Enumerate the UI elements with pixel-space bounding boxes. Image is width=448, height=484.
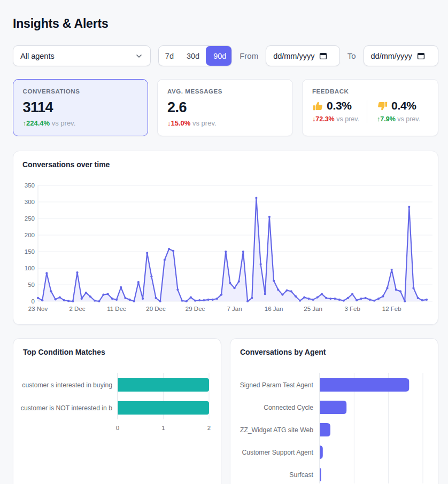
svg-text:150: 150: [25, 248, 35, 255]
svg-text:Surfcast: Surfcast: [289, 471, 313, 479]
svg-text:0: 0: [32, 298, 35, 305]
svg-text:16 Jan: 16 Jan: [265, 306, 283, 312]
range-90d-button[interactable]: 90d: [206, 46, 232, 66]
page-title: Insights & Alerts: [13, 16, 438, 31]
to-label: To: [347, 51, 356, 60]
date-from-input[interactable]: dd/mm/yyyy: [266, 45, 340, 66]
svg-text:350: 350: [25, 182, 35, 189]
feedback-divider: [367, 100, 367, 123]
conversations-line-chart: 05010015020025030035023 Nov2 Dec11 Dec20…: [13, 174, 438, 319]
line-chart-title: Conversations over time: [13, 160, 438, 169]
svg-text:1: 1: [161, 425, 165, 431]
svg-text:customer s interested in buyin: customer s interested in buying: [22, 381, 112, 389]
svg-text:Signed Param Test Agent: Signed Param Test Agent: [240, 381, 314, 389]
stat-delta: ↓15.0% vs prev.: [167, 119, 283, 127]
range-7d-button[interactable]: 7d: [159, 46, 180, 66]
agents-bar-chart: Signed Param Test AgentConnected CycleZZ…: [240, 368, 429, 483]
svg-text:29 Dec: 29 Dec: [186, 306, 205, 312]
agent-select[interactable]: All agents: [13, 45, 151, 66]
thumbs-up-icon: [312, 100, 323, 112]
date-to-value: dd/mm/yyyy: [371, 52, 412, 60]
stat-label: CONVERSATIONS: [23, 88, 138, 95]
date-to-input[interactable]: dd/mm/yyyy: [364, 45, 438, 66]
insights-page: Insights & Alerts All agents 7d 30d 90d …: [0, 0, 448, 484]
svg-text:3 Feb: 3 Feb: [344, 306, 360, 312]
svg-text:50: 50: [28, 282, 35, 288]
feedback-positive-delta: ↓72.3% vs prev.: [312, 115, 364, 123]
filter-row: All agents 7d 30d 90d From dd/mm/yyyy To…: [13, 45, 438, 66]
feedback-positive-value: 0.3%: [327, 99, 352, 112]
date-from-value: dd/mm/yyyy: [273, 52, 314, 60]
condition-chart-title: Top Condition Matches: [23, 348, 211, 356]
svg-text:300: 300: [25, 199, 35, 205]
range-30d-button[interactable]: 30d: [180, 46, 206, 66]
stat-card-conversations[interactable]: CONVERSATIONS 3114 ↑224.4% vs prev.: [13, 79, 148, 136]
svg-text:250: 250: [25, 215, 35, 222]
stat-card-feedback[interactable]: FEEDBACK 0.3% ↓72.3% vs prev.: [302, 79, 438, 136]
svg-text:23 Nov: 23 Nov: [28, 306, 48, 312]
from-label: From: [240, 51, 258, 60]
svg-text:0: 0: [116, 425, 119, 431]
stat-delta: ↑224.4% vs prev.: [23, 119, 138, 127]
svg-text:12 Feb: 12 Feb: [382, 306, 401, 312]
calendar-icon[interactable]: [319, 52, 327, 60]
svg-text:Connected Cycle: Connected Cycle: [264, 404, 313, 411]
svg-text:7 Jan: 7 Jan: [227, 306, 242, 312]
thumbs-down-icon: [377, 100, 388, 112]
svg-text:20 Dec: 20 Dec: [146, 306, 166, 312]
feedback-negative-value: 0.4%: [391, 99, 416, 112]
condition-matches-bar-chart: 012customer s interested in buyingcustom…: [23, 368, 212, 440]
svg-text:Customer Support Agent: Customer Support Agent: [242, 449, 314, 456]
date-range-segmented: 7d 30d 90d: [158, 45, 232, 66]
stat-value: 3114: [23, 99, 138, 115]
agent-select-value: All agents: [20, 52, 55, 60]
calendar-icon[interactable]: [417, 52, 425, 60]
svg-text:ZZ_Widget ATG site Web: ZZ_Widget ATG site Web: [240, 426, 313, 434]
svg-text:200: 200: [25, 232, 35, 238]
svg-text:customer is NOT interested in: customer is NOT interested in b: [21, 404, 112, 412]
stat-label: FEEDBACK: [312, 88, 428, 95]
svg-text:2 Dec: 2 Dec: [69, 306, 85, 312]
feedback-negative-delta: ↑7.9% vs prev.: [377, 115, 428, 123]
svg-text:100: 100: [25, 265, 35, 271]
feedback-positive: 0.3% ↓72.3% vs prev.: [312, 99, 364, 123]
top-condition-matches-card: Top Condition Matches 012customer s inte…: [13, 338, 221, 484]
svg-text:2: 2: [207, 425, 211, 431]
agent-chart-title: Conversations by Agent: [240, 348, 428, 356]
feedback-negative: 0.4% ↑7.9% vs prev.: [377, 99, 428, 123]
conversations-over-time-card: Conversations over time 0501001502002503…: [13, 151, 438, 325]
svg-text:25 Jan: 25 Jan: [304, 306, 322, 312]
stat-value: 2.6: [167, 99, 283, 115]
chevron-down-icon: [135, 52, 143, 60]
stats-row: CONVERSATIONS 3114 ↑224.4% vs prev. AVG.…: [13, 79, 438, 136]
stat-card-avg-messages[interactable]: AVG. MESSAGES 2.6 ↓15.0% vs prev.: [157, 79, 293, 136]
bottom-grid: Top Condition Matches 012customer s inte…: [13, 338, 438, 484]
stat-label: AVG. MESSAGES: [167, 88, 283, 95]
svg-text:11 Dec: 11 Dec: [107, 306, 126, 312]
conversations-by-agent-card: Conversations by Agent Signed Param Test…: [230, 338, 438, 484]
feedback-row: 0.3% ↓72.3% vs prev. 0.4%: [312, 99, 428, 123]
